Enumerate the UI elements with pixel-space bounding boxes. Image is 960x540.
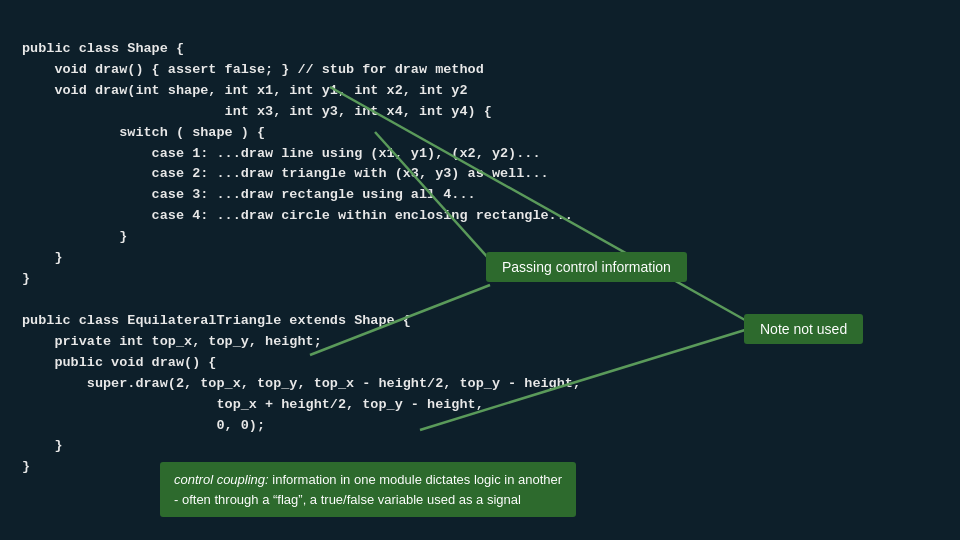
code-line: } bbox=[22, 271, 30, 286]
code-line: private int top_x, top_y, height; bbox=[22, 334, 322, 349]
code-line: case 3: ...draw rectangle using all 4... bbox=[22, 187, 476, 202]
code-line: public class EquilateralTriangle extends… bbox=[22, 313, 411, 328]
main-container: public class Shape { void draw() { asser… bbox=[0, 0, 960, 540]
code-line: } bbox=[22, 438, 63, 453]
code-line: int x3, int y3, int x4, int y4) { bbox=[22, 104, 492, 119]
note-not-used-tooltip: Note not used bbox=[744, 314, 863, 344]
code-line: public class Shape { bbox=[22, 41, 184, 56]
code-line: case 1: ...draw line using (x1, y1), (x2… bbox=[22, 146, 540, 161]
code-line: case 4: ...draw circle within enclosing … bbox=[22, 208, 573, 223]
passing-control-tooltip: Passing control information bbox=[486, 252, 687, 282]
code-line: top_x + height/2, top_y - height, bbox=[22, 397, 484, 412]
code-line: } bbox=[22, 250, 63, 265]
code-line: void draw() { assert false; } // stub fo… bbox=[22, 62, 484, 77]
code-line bbox=[22, 292, 30, 307]
code-line: switch ( shape ) { bbox=[22, 125, 265, 140]
control-coupling-tooltip: control coupling: information in one mod… bbox=[160, 462, 576, 517]
code-line: public void draw() { bbox=[22, 355, 216, 370]
code-line: case 2: ...draw triangle with (x3, y3) a… bbox=[22, 166, 549, 181]
code-line: 0, 0); bbox=[22, 418, 265, 433]
control-coupling-title: control coupling: bbox=[174, 472, 269, 487]
code-line: void draw(int shape, int x1, int y1, int… bbox=[22, 83, 468, 98]
code-line: super.draw(2, top_x, top_y, top_x - heig… bbox=[22, 376, 581, 391]
code-line: } bbox=[22, 229, 127, 244]
code-display: public class Shape { void draw() { asser… bbox=[22, 18, 938, 499]
code-line: } bbox=[22, 459, 30, 474]
